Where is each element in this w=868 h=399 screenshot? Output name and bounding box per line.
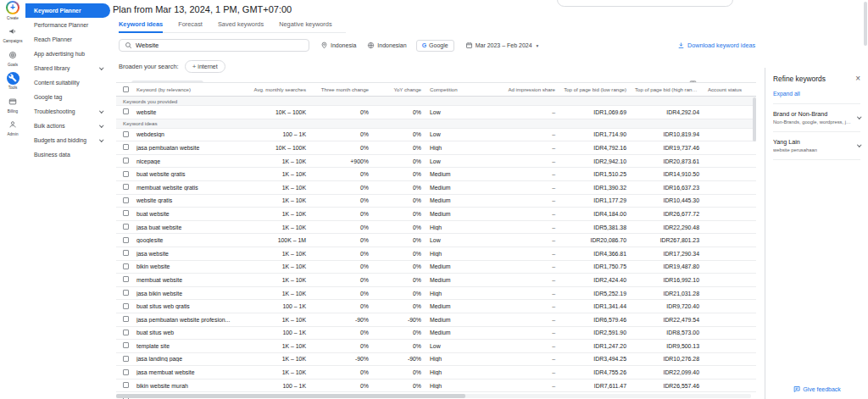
- column-header-avg-monthly-searches[interactable]: Avg. monthly searches: [242, 86, 313, 92]
- row-checkbox[interactable]: [123, 342, 129, 348]
- broaden-chip-internet[interactable]: + internet: [185, 60, 225, 73]
- refine-group-brand-or-non-brand[interactable]: Brand or Non-BrandNon-Brands, google, wo…: [773, 104, 860, 132]
- header-checkbox-cell: [116, 86, 135, 93]
- sidebar-item-keyword-planner[interactable]: Keyword Planner: [25, 3, 110, 18]
- column-header-yoy-change[interactable]: YoY change: [376, 86, 428, 92]
- cell-top-of-page-bid-high: IDR4,292.04: [633, 109, 706, 115]
- cell-top-of-page-bid-low: IDR5,381.38: [562, 224, 633, 230]
- column-header-three-month-change[interactable]: Three month change: [313, 86, 376, 92]
- tab-keyword-ideas[interactable]: Keyword ideas: [119, 20, 163, 33]
- row-checkbox[interactable]: [123, 171, 129, 177]
- row-checkbox[interactable]: [123, 197, 129, 203]
- row-checkbox[interactable]: [123, 158, 129, 163]
- window-scrollbar[interactable]: [864, 2, 867, 46]
- vertical-scrollbar-thumb[interactable]: [753, 97, 756, 141]
- cell-top-of-page-bid-high: IDR26,677.72: [633, 211, 706, 217]
- row-checkbox[interactable]: [123, 290, 129, 296]
- row-checkbox[interactable]: [123, 276, 129, 282]
- row-checkbox[interactable]: [123, 224, 129, 230]
- sidebar-item-bulk-actions[interactable]: Bulk actions: [25, 119, 110, 133]
- cell-yoy-change: 0%: [376, 251, 428, 257]
- cell-top-of-page-bid-low: IDR3,494.25: [562, 356, 633, 362]
- expand-all-link[interactable]: Expand all: [773, 91, 860, 97]
- language-selector[interactable]: Indonesian: [367, 42, 406, 49]
- rail-item-label: Admin: [7, 132, 18, 136]
- location-label: Indonesia: [331, 42, 356, 48]
- row-checkbox[interactable]: [123, 263, 129, 269]
- close-icon[interactable]: ×: [855, 75, 860, 83]
- cell-competition: Medium: [428, 263, 487, 269]
- date-range-selector[interactable]: Mar 2023 – Feb 2024 ▾: [465, 42, 539, 49]
- network-selector[interactable]: G Google: [416, 40, 454, 52]
- cell-competition: Medium: [428, 303, 487, 309]
- horizontal-scrollbar-thumb[interactable]: [116, 394, 465, 398]
- row-checkbox[interactable]: [123, 369, 129, 375]
- cell-ad-impression-share: –: [487, 131, 562, 137]
- sidebar-item-content-suitability[interactable]: Content suitability: [25, 75, 110, 90]
- sidebar-item-app-advertising-hub[interactable]: App advertising hub: [25, 47, 110, 61]
- column-header-top-of-page-bid-low-range[interactable]: Top of page bid (low range): [562, 86, 633, 92]
- chevron-down-icon: [99, 108, 103, 113]
- row-checkbox[interactable]: [123, 184, 129, 190]
- column-header-competition[interactable]: Competition: [428, 86, 487, 92]
- cell-keyword: googlesite: [135, 237, 242, 243]
- sidebar-item-budgets-and-bidding[interactable]: Budgets and bidding: [25, 133, 110, 147]
- table-horizontal-scrollbar[interactable]: [116, 394, 751, 398]
- sidebar-item-shared-library[interactable]: Shared library: [25, 61, 110, 75]
- column-header-top-of-page-bid-high-range[interactable]: Top of page bid (high range): [633, 86, 706, 92]
- keyword-search-input[interactable]: [136, 42, 303, 49]
- column-header-keyword-by-relevance[interactable]: Keyword (by relevance): [135, 86, 242, 92]
- cell-keyword: bikin website murah: [135, 383, 242, 389]
- row-checkbox[interactable]: [123, 210, 129, 216]
- column-header-ad-impression-share[interactable]: Ad impression share: [487, 86, 562, 92]
- cell-top-of-page-bid-low: IDR2,424.40: [562, 277, 633, 283]
- tab-saved-keywords[interactable]: Saved keywords: [218, 20, 264, 32]
- download-keyword-ideas-button[interactable]: Download keyword ideas: [677, 42, 755, 49]
- cell-top-of-page-bid-low: IDR4,755.26: [562, 369, 633, 375]
- row-checkbox[interactable]: [123, 356, 129, 362]
- sidebar-item-label: Budgets and bidding: [34, 137, 86, 143]
- campaigns-icon: [7, 25, 19, 38]
- row-checkbox[interactable]: [123, 316, 129, 322]
- cell-top-of-page-bid-high: IDR16,992.10: [633, 277, 706, 283]
- rail-item-create[interactable]: +Create: [0, 1, 25, 20]
- table-row: buat situs web100 – 1K0%0%Medium–IDR2,59…: [116, 327, 756, 341]
- select-all-checkbox[interactable]: [123, 86, 129, 92]
- cell-three-month-change: -90%: [313, 356, 376, 362]
- row-checkbox[interactable]: [123, 108, 129, 114]
- row-checkbox[interactable]: [123, 330, 129, 335]
- give-feedback-button[interactable]: Give feedback: [793, 385, 841, 393]
- table-row: webdesign100 – 1K0%0%Low–IDR1,714.90IDR1…: [116, 129, 756, 142]
- tab-negative-keywords[interactable]: Negative keywords: [279, 20, 331, 32]
- column-header-account-status[interactable]: Account status: [706, 86, 748, 92]
- cell-three-month-change: 0%: [313, 145, 376, 151]
- cell-avg-monthly-searches: 1K – 10K: [242, 197, 313, 203]
- tab-forecast[interactable]: Forecast: [178, 20, 203, 32]
- row-checkbox[interactable]: [123, 131, 129, 137]
- row-checkbox[interactable]: [123, 237, 129, 243]
- sidebar-item-reach-planner[interactable]: Reach Planner: [25, 32, 110, 47]
- sidebar-item-performance-planner[interactable]: Performance Planner: [25, 18, 110, 32]
- cell-competition: Medium: [428, 185, 487, 191]
- sidebar-item-google-tag[interactable]: Google tag: [25, 90, 110, 104]
- rail-item-admin[interactable]: Admin: [0, 119, 25, 137]
- row-checkbox[interactable]: [123, 382, 129, 388]
- table-row: jasa pembuatan website10K – 100K0%0%High…: [116, 141, 756, 155]
- keyword-search-box[interactable]: [119, 39, 309, 52]
- row-checkbox[interactable]: [123, 303, 129, 309]
- sidebar-item-troubleshooting[interactable]: Troubleshooting: [25, 104, 110, 119]
- refine-group-yang-lain[interactable]: Yang Lainwebsite perusahaan: [773, 132, 860, 160]
- location-selector[interactable]: Indonesia: [320, 42, 356, 49]
- rail-item-billing[interactable]: Billing: [0, 95, 25, 114]
- cell-three-month-change: 0%: [313, 131, 376, 137]
- sidebar-item-label: Content suitability: [34, 80, 80, 86]
- table-vertical-scrollbar[interactable]: [753, 97, 756, 392]
- cell-avg-monthly-searches: 100 – 1K: [242, 131, 313, 137]
- rail-item-goals[interactable]: Goals: [0, 48, 25, 67]
- sidebar-item-business-data[interactable]: Business data: [25, 147, 110, 162]
- row-checkbox[interactable]: [123, 144, 129, 150]
- rail-item-campaigns[interactable]: Campaigns: [0, 25, 25, 44]
- row-checkbox[interactable]: [123, 250, 129, 256]
- cell-top-of-page-bid-low: IDR2,591.90: [562, 330, 633, 335]
- rail-item-tools[interactable]: Tools: [0, 72, 25, 91]
